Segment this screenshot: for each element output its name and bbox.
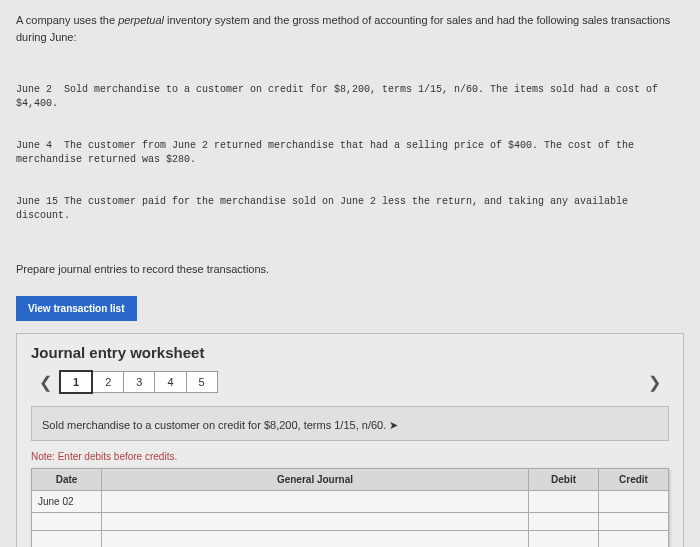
header-debit: Debit [529,468,599,490]
tab-4[interactable]: 4 [154,371,186,393]
transaction-list: June 2 Sold merchandise to a customer on… [16,55,684,251]
entry-description-text: Sold merchandise to a customer on credit… [42,419,386,431]
header-credit: Credit [599,468,669,490]
prev-entry-icon[interactable]: ❮ [31,369,60,396]
worksheet-title: Journal entry worksheet [31,344,669,361]
txn-line-1: June 2 Sold merchandise to a customer on… [16,83,684,111]
cell-debit[interactable] [529,490,599,512]
cell-date[interactable] [32,530,102,547]
next-entry-icon[interactable]: ❯ [640,369,669,396]
tab-5[interactable]: 5 [186,371,218,393]
cell-date[interactable]: June 02 [32,490,102,512]
cell-date[interactable] [32,512,102,530]
cell-account[interactable] [102,490,529,512]
table-row [32,530,669,547]
txn-line-2: June 4 The customer from June 2 returned… [16,139,684,167]
problem-statement: A company uses the perpetual inventory s… [16,12,684,278]
cell-credit[interactable] [599,530,669,547]
intro-text-a: A company uses the [16,14,118,26]
cell-credit[interactable] [599,512,669,530]
cell-debit[interactable] [529,530,599,547]
table-row [32,512,669,530]
cell-debit[interactable] [529,512,599,530]
cell-account[interactable] [102,530,529,547]
table-row: June 02 [32,490,669,512]
tab-1[interactable]: 1 [59,370,93,394]
txn-line-3: June 15 The customer paid for the mercha… [16,195,684,223]
entry-description: Sold merchandise to a customer on credit… [31,406,669,441]
tab-3[interactable]: 3 [123,371,155,393]
problem-intro: A company uses the perpetual inventory s… [16,12,684,45]
journal-entry-worksheet: Journal entry worksheet ❮ 1 2 3 4 5 ❯ So… [16,333,684,548]
header-date: Date [32,468,102,490]
note-text: Note: Enter debits before credits. [31,451,669,462]
header-general-journal: General Journal [102,468,529,490]
cursor-icon: ➤ [389,419,398,432]
intro-emph: perpetual [118,14,164,26]
tabs-row: ❮ 1 2 3 4 5 ❯ [31,369,669,396]
instruction-text: Prepare journal entries to record these … [16,261,684,278]
cell-account[interactable] [102,512,529,530]
view-transaction-list-button[interactable]: View transaction list [16,296,137,321]
cell-credit[interactable] [599,490,669,512]
tab-2[interactable]: 2 [92,371,124,393]
journal-table: Date General Journal Debit Credit June 0… [31,468,669,548]
